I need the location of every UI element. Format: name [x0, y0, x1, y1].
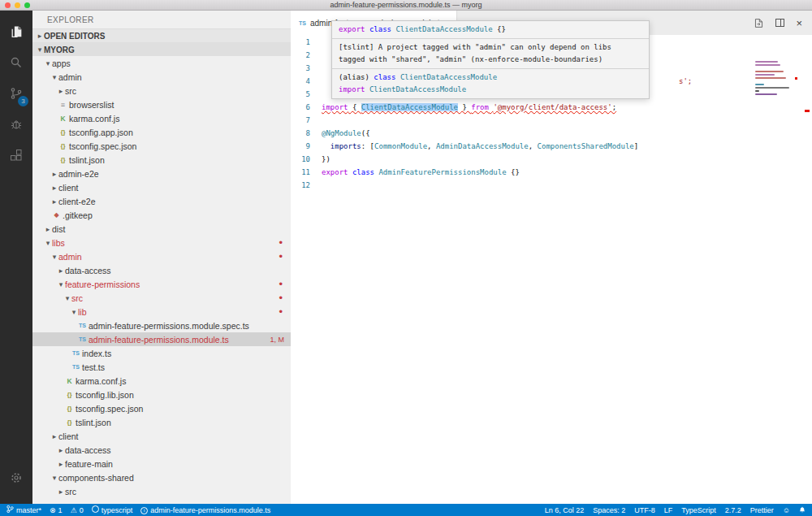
code-token: class — [352, 168, 374, 176]
tree-item-.gitkeep[interactable]: ◆.gitkeep — [32, 208, 291, 222]
status-label: master* — [16, 506, 41, 514]
error-dot: • — [279, 236, 283, 249]
tree-item-src[interactable]: ▸src — [32, 484, 291, 498]
tree-item-data-access[interactable]: ▸data-access — [32, 443, 291, 457]
zoom-window-button[interactable] — [24, 2, 30, 8]
status-formatter[interactable]: Prettier — [750, 506, 774, 514]
line-number: 11 — [291, 166, 322, 179]
tree-item-client-e2e[interactable]: ▸client-e2e — [32, 194, 291, 208]
status-label: Prettier — [750, 506, 774, 514]
code-line-8[interactable]: 8@NgModule({ — [291, 127, 812, 140]
tree-item-tsconfig.spec.json[interactable]: {}tsconfig.spec.json — [32, 401, 291, 415]
code-line-9[interactable]: 9 imports: [CommonModule, AdminDataAcces… — [291, 140, 812, 153]
code-line-7[interactable]: 7 — [291, 114, 812, 127]
status-warnings[interactable]: ⚠0 — [71, 506, 84, 514]
section-root-folder[interactable]: ▾ MYORG — [32, 42, 291, 56]
close-window-button[interactable] — [5, 2, 11, 8]
minimap-line — [755, 90, 759, 92]
tree-item-tsconfig.lib.json[interactable]: {}tsconfig.lib.json — [32, 388, 291, 401]
tree-item-tslint.json[interactable]: {}tslint.json — [32, 415, 291, 429]
tree-item-admin-feature-permissions.module.ts[interactable]: TSadmin-feature-permissions.module.ts1, … — [32, 332, 291, 346]
chevron-right-icon: ▸ — [50, 197, 58, 206]
tree-item-test.ts[interactable]: TStest.ts — [32, 360, 291, 374]
tree-item-label: src — [65, 86, 76, 96]
tree-item-label: karma.conf.js — [69, 114, 119, 124]
minimap-line — [755, 93, 777, 95]
tree-item-feature-main[interactable]: ▸feature-main — [32, 457, 291, 470]
editor-actions: × — [754, 11, 812, 35]
workbench: 3 EXPLORER ▸ OPEN — [0, 11, 812, 504]
tree-item-dist[interactable]: ▸dist — [32, 222, 291, 236]
error-dot: • — [279, 278, 283, 290]
tree-item-label: feature-main — [65, 459, 113, 469]
tree-item-tslint.json[interactable]: {}tslint.json — [32, 153, 291, 167]
tree-item-browserslist[interactable]: ≡browserslist — [32, 98, 291, 111]
open-changes-icon[interactable] — [754, 18, 764, 28]
tree-item-apps[interactable]: ▾apps — [32, 56, 291, 70]
tree-item-admin[interactable]: ▾admin• — [32, 249, 291, 263]
tree-item-client[interactable]: ▸client — [32, 180, 291, 194]
code-token: @NgModule — [322, 129, 361, 137]
tree-item-karma.conf.js[interactable]: Kkarma.conf.js — [32, 111, 291, 125]
split-editor-icon[interactable] — [775, 19, 784, 27]
tree-item-karma.conf.js[interactable]: Kkarma.conf.js — [32, 374, 291, 388]
tree-item-tsconfig.app.json[interactable]: {}tsconfig.app.json — [32, 125, 291, 139]
line-number: 12 — [291, 179, 322, 192]
status-typescript-status[interactable]: typescript — [92, 505, 133, 514]
section-open-editors[interactable]: ▸ OPEN EDITORS — [32, 28, 291, 42]
activity-extensions[interactable] — [0, 141, 32, 171]
tree-item-libs[interactable]: ▾libs• — [32, 236, 291, 249]
tree-item-label: tslint.json — [69, 155, 105, 165]
tree-item-feature-permissions[interactable]: ▾feature-permissions• — [32, 277, 291, 291]
status-label: 2.7.2 — [725, 506, 741, 514]
tree-item-label: tsconfig.spec.json — [69, 141, 136, 151]
code-line-12[interactable]: 12 — [291, 179, 812, 192]
minimap-error-marker — [795, 77, 797, 80]
activity-explorer[interactable] — [0, 17, 32, 48]
status-active-file[interactable]: iadmin-feature-permissions.module.ts — [140, 505, 270, 514]
status-label: admin-feature-permissions.module.ts — [150, 506, 270, 514]
status-language-mode[interactable]: TypeScript — [681, 506, 716, 514]
activity-search[interactable] — [0, 48, 32, 79]
tree-item-client[interactable]: ▸client — [32, 429, 291, 443]
tree-item-tsconfig.spec.json[interactable]: {}tsconfig.spec.json — [32, 139, 291, 153]
line-content: @NgModule({ — [322, 127, 812, 140]
settings-button[interactable] — [0, 463, 32, 494]
code-line-10[interactable]: 10}) — [291, 153, 812, 166]
code-token: ; — [612, 103, 616, 111]
status-indentation[interactable]: Spaces: 2 — [593, 506, 625, 514]
code-token: ClientDataAccessModule — [400, 73, 497, 81]
tree-item-label: tsconfig.lib.json — [76, 390, 134, 400]
status-feedback[interactable]: ☺ — [783, 506, 790, 514]
tree-item-src[interactable]: ▾src• — [32, 291, 291, 305]
code-line-11[interactable]: 11export class AdminFeaturePermissionsMo… — [291, 166, 812, 179]
activity-source-control[interactable]: 3 — [0, 79, 32, 110]
tree-item-components-shared[interactable]: ▾components-shared — [32, 470, 291, 484]
hover-import-line: import ClientDataAccessModule — [339, 84, 642, 96]
minimap-line — [755, 77, 786, 79]
status-eol[interactable]: LF — [664, 506, 673, 514]
status-notifications[interactable] — [799, 505, 806, 515]
activity-debug[interactable] — [0, 110, 32, 141]
tree-item-index.ts[interactable]: TSindex.ts — [32, 346, 291, 360]
close-editor-icon[interactable]: × — [796, 18, 802, 28]
tree-item-label: src — [71, 293, 83, 303]
tree-item-label: tsconfig.app.json — [69, 128, 133, 137]
status-encoding[interactable]: UTF-8 — [634, 506, 655, 514]
code-token: class — [374, 73, 395, 81]
minimize-window-button[interactable] — [15, 2, 20, 8]
tree-item-admin[interactable]: ▾admin — [32, 70, 291, 84]
tree-item-label: components-shared — [58, 473, 134, 483]
tree-item-admin-e2e[interactable]: ▸admin-e2e — [32, 167, 291, 180]
line-number: 8 — [291, 127, 322, 140]
tree-item-src[interactable]: ▸src — [32, 84, 291, 98]
status-git-branch[interactable]: master* — [6, 505, 41, 515]
status-cursor-position[interactable]: Ln 6, Col 22 — [545, 506, 585, 514]
status-errors[interactable]: ⊗1 — [50, 506, 63, 514]
tree-item-lib[interactable]: ▾lib• — [32, 305, 291, 319]
minimap[interactable] — [755, 61, 794, 95]
code-line-6[interactable]: 6import { ClientDataAccessModule } from … — [291, 101, 812, 114]
tree-item-data-access[interactable]: ▸data-access — [32, 263, 291, 277]
status-ts-version[interactable]: 2.7.2 — [725, 506, 741, 514]
tree-item-admin-feature-permissions.module.spec.ts[interactable]: TSadmin-feature-permissions.module.spec.… — [32, 319, 291, 332]
